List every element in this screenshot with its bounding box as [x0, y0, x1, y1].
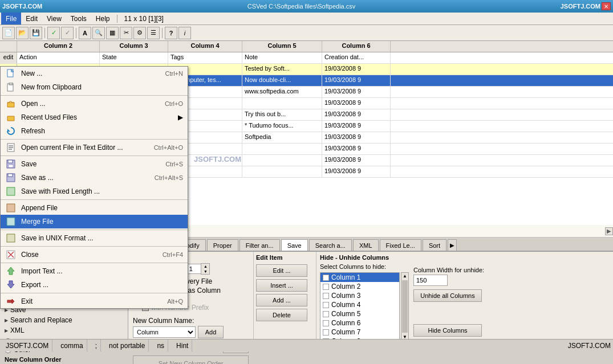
column-item-4[interactable]: Column 4	[320, 300, 399, 309]
menu-item-import[interactable]: Import Text ...	[1, 264, 188, 278]
menu-file[interactable]: File	[1, 13, 21, 24]
hide-columns-button[interactable]: Hide Columns	[413, 324, 482, 337]
menu-item-exit[interactable]: Exit Alt+Q	[1, 295, 188, 308]
toolbar-check-gray[interactable]: ✓	[61, 27, 74, 39]
spinner-buttons: ▲ ▼	[201, 263, 210, 275]
column-list[interactable]: Column 1 Column 2 Column 3	[320, 272, 400, 341]
menu-item-open[interactable]: Open ... Ctrl+O	[1, 97, 188, 111]
tab-save[interactable]: Save	[281, 239, 308, 251]
svg-rect-23	[7, 300, 12, 302]
menu-item-save-unix[interactable]: Save in UNIX Format ...	[1, 231, 188, 245]
toolbar-sep3	[162, 28, 163, 38]
column-item-1[interactable]: Column 1	[320, 273, 399, 282]
toolbar-check-green[interactable]: ✓	[47, 27, 60, 39]
toolbar-grid[interactable]: ▦	[106, 27, 119, 39]
column-item-2[interactable]: Column 2	[320, 282, 399, 291]
toolbar-text-a[interactable]: A	[79, 27, 91, 39]
toolbar-help[interactable]: ?	[165, 27, 177, 39]
sidebar-search-replace[interactable]: ▶ Search and Replace	[0, 315, 128, 325]
toolbar-new[interactable]: 📄	[2, 27, 15, 39]
menu-view[interactable]: View	[42, 13, 66, 24]
close-button[interactable]: ✕	[602, 2, 611, 10]
add-item-button[interactable]: Add ...	[256, 294, 307, 306]
menu-item-refresh[interactable]: Refresh	[1, 124, 188, 138]
menu-bar: File Edit View Tools Help 11 x 10 [1][3]	[0, 13, 613, 25]
new-icon	[5, 68, 17, 79]
svg-marker-21	[7, 267, 14, 275]
menu-item-new-clipboard[interactable]: New from Clipboard	[1, 80, 188, 94]
menu-item-close[interactable]: Close Ctrl+F4	[1, 248, 188, 261]
toolbar-list[interactable]: ☰	[147, 27, 160, 39]
menu-item-save-as[interactable]: Save as ... Ctrl+Alt+S	[1, 171, 188, 185]
hide-panel: Hide - Unhide Columns Select Columns to …	[316, 252, 613, 339]
list-scrollbar[interactable]: ▲ ▼	[401, 272, 409, 341]
tab-scroll-right[interactable]: ▶	[448, 239, 457, 251]
col-header-5: Column 6	[322, 41, 391, 52]
new-col-name-select[interactable]: Column	[133, 326, 196, 338]
menu-item-save-fixed[interactable]: Save with Fixed Length ...	[1, 185, 188, 198]
width-input[interactable]	[413, 275, 448, 286]
toolbar-scissors[interactable]: ✂	[120, 27, 132, 39]
column-item-7[interactable]: Column 7	[320, 328, 399, 337]
refresh-icon	[5, 125, 17, 137]
menu-item-new[interactable]: New ... Ctrl+N	[1, 67, 188, 80]
unhide-all-button[interactable]: Unhide all Columns	[413, 289, 482, 302]
menu-help[interactable]: Help	[91, 13, 115, 24]
triangle-icon: ▶	[5, 328, 8, 333]
edit-button[interactable]: Edit ...	[256, 264, 307, 277]
spinner-down[interactable]: ▼	[201, 269, 209, 274]
tab-sort[interactable]: Sort	[423, 239, 446, 251]
menu-item-recent[interactable]: Recent Used Files ▶	[1, 111, 188, 124]
menu-edit[interactable]: Edit	[21, 13, 42, 24]
toolbar-info[interactable]: i	[178, 27, 191, 39]
delete-button[interactable]: Delete	[256, 309, 307, 321]
tab-proper[interactable]: Proper	[207, 239, 238, 251]
svg-rect-16	[7, 218, 15, 226]
select-columns-label: Select Columns to hide:	[320, 263, 409, 270]
status-portability: not portable	[105, 340, 149, 351]
tab-filteran[interactable]: Filter an...	[239, 239, 280, 251]
new-clip-icon	[5, 81, 17, 93]
hide-right: Column Width for unhide: Unhide all Colu…	[413, 254, 484, 337]
tab-fixedle[interactable]: Fixed Le...	[380, 239, 421, 251]
hide-title: Hide - Unhide Columns	[320, 254, 409, 261]
spinner-up[interactable]: ▲	[201, 264, 209, 269]
column-item-3[interactable]: Column 3	[320, 291, 399, 300]
toolbar-settings[interactable]: ⚙	[133, 27, 146, 39]
menu-item-append[interactable]: Append File	[1, 201, 188, 215]
toolbar-open[interactable]: 📂	[16, 27, 29, 39]
submenu-arrow: ▶	[178, 113, 183, 121]
toolbar: 📄 📂 💾 ✓ ✓ A 🔍 ▦ ✂ ⚙ ☰ ? i	[0, 25, 613, 41]
import-icon	[5, 265, 17, 277]
tab-xml[interactable]: XML	[353, 239, 379, 251]
table-row[interactable]: edit Action State Tags Note Creation dat…	[0, 52, 613, 64]
save-fixed-icon	[5, 186, 17, 197]
append-icon	[5, 202, 17, 214]
menu-div-3	[1, 156, 188, 156]
scroll-up[interactable]: ▲	[402, 273, 408, 279]
tab-searcha[interactable]: Search a...	[309, 239, 352, 251]
status-bar: JSOFTJ.COM comma ; not portable ns Hint …	[0, 339, 613, 351]
menu-tools[interactable]: Tools	[66, 13, 91, 24]
toolbar-save[interactable]: 💾	[30, 27, 42, 39]
add-button[interactable]: Add	[198, 326, 224, 338]
column-item-6[interactable]: Column 6	[320, 318, 399, 328]
save-as-icon	[5, 172, 17, 183]
text-editor-icon	[5, 142, 17, 153]
menu-item-save[interactable]: Save Ctrl+S	[1, 157, 188, 171]
insert-item-button[interactable]: Insert ...	[256, 279, 307, 292]
menu-div-8	[1, 293, 188, 293]
menu-item-export[interactable]: Export ...	[1, 278, 188, 292]
col-header-4: Column 5	[242, 41, 322, 52]
column-item-5[interactable]: Column 5	[320, 309, 399, 318]
menu-item-merge[interactable]: Merge File	[1, 215, 188, 228]
width-label: Column Width for unhide:	[413, 267, 484, 273]
scroll-right-arrow[interactable]: ▶	[605, 227, 613, 235]
toolbar-sep2	[76, 28, 76, 38]
toolbar-search[interactable]: 🔍	[92, 27, 105, 39]
edit-panel: Edit Item Edit ... Insert ... Add ... De…	[254, 252, 316, 339]
sidebar-xml[interactable]: ▶ XML	[0, 325, 128, 336]
set-new-column-order-button[interactable]: Set New Column Order	[133, 355, 249, 364]
menu-item-open-text[interactable]: Open current File in Text Editor ... Ctr…	[1, 141, 188, 154]
svg-marker-4	[7, 129, 10, 132]
